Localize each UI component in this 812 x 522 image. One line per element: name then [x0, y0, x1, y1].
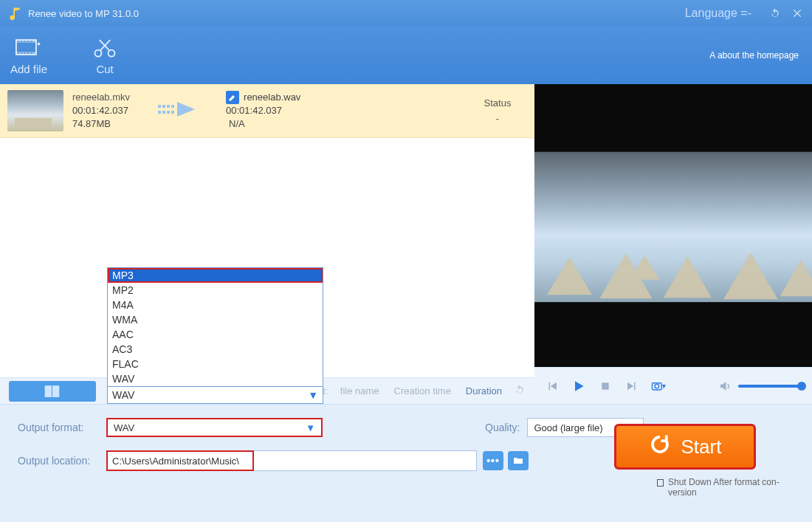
format-option-wma[interactable]: WMA: [108, 312, 323, 327]
chevron-down-icon: ▼: [306, 422, 315, 433]
svg-rect-9: [167, 105, 170, 108]
film-add-icon: [16, 36, 42, 58]
output-file-info: reneelab.wav 00:01:42.037 N/A: [226, 91, 300, 131]
start-label: Start: [681, 436, 722, 459]
output-format-label: Output format:: [18, 422, 106, 433]
add-file-label: Add file: [10, 63, 47, 75]
browse-folder-button[interactable]: [508, 451, 529, 470]
svg-rect-15: [534, 302, 812, 367]
output-filename: reneelab.wav: [244, 91, 300, 104]
format-option-wav[interactable]: WAV: [108, 371, 323, 386]
video-preview: [534, 84, 812, 367]
output-location-input[interactable]: C:\Users\Administrator\Music\: [106, 450, 254, 471]
output-location-value: C:\Users\Administrator\Music\: [112, 456, 239, 467]
folder-open-icon: [512, 455, 524, 467]
quality-label: Quality:: [485, 422, 520, 433]
app-title: Renee video to MP 31.0.0: [28, 8, 139, 19]
source-file-info: reneelab.mkv 00:01:42.037 74.87MB: [72, 91, 130, 131]
edit-output-icon[interactable]: [226, 91, 239, 104]
convert-arrow-icon: [158, 99, 198, 123]
next-track-button[interactable]: [625, 379, 639, 394]
status-column: Status -: [468, 97, 527, 124]
svg-rect-13: [534, 84, 812, 152]
output-location-label: Output location:: [18, 455, 106, 467]
preview-panel: ▾: [534, 84, 812, 404]
format-option-ac3[interactable]: AC3: [108, 342, 323, 357]
svg-rect-8: [162, 111, 165, 114]
format-option-list[interactable]: MP3 MP2 M4A WMA AAC AC3 FLAC WAV: [108, 268, 323, 386]
ellipsis-icon: •••: [486, 455, 500, 467]
sort-by-duration[interactable]: Duration: [466, 385, 502, 396]
shutdown-label: Shut Down After format con-version: [668, 477, 790, 498]
player-controls: ▾: [534, 367, 812, 404]
svg-rect-7: [162, 105, 165, 108]
svg-point-18: [655, 384, 659, 388]
status-value: -: [468, 113, 527, 124]
svg-rect-5: [158, 105, 161, 108]
format-option-m4a[interactable]: M4A: [108, 298, 323, 312]
sort-by-creation-time[interactable]: Creation time: [394, 385, 451, 396]
format-current-value: WAV: [112, 389, 134, 401]
svg-point-4: [109, 49, 115, 56]
main-toolbar: Add file Cut A about the homepage: [0, 27, 812, 84]
output-format-dropdown[interactable]: MP3 MP2 M4A WMA AAC AC3 FLAC WAV WAV ▼: [107, 267, 323, 404]
stop-button[interactable]: [598, 379, 613, 394]
bottom-panel: Output format: WAV ▼ Quality: Good (larg…: [0, 404, 812, 522]
volume-icon[interactable]: [718, 379, 732, 394]
delete-badge-text: ██: [45, 385, 60, 396]
sort-refresh-icon[interactable]: [514, 384, 526, 398]
main-area: reneelab.mkv 00:01:42.037 74.87MB: [0, 84, 812, 404]
cut-label: Cut: [96, 63, 113, 75]
sort-by-filename[interactable]: file name: [340, 385, 379, 396]
format-option-mp2[interactable]: MP2: [108, 283, 323, 298]
refresh-spin-icon: [649, 433, 671, 461]
checkbox-icon[interactable]: [657, 479, 664, 487]
output-filesize: N/A: [226, 117, 300, 131]
source-duration: 00:01:42.037: [72, 104, 130, 117]
app-logo-icon: [7, 6, 22, 21]
scissors-icon: [92, 36, 118, 58]
svg-rect-16: [602, 382, 608, 389]
format-current-row[interactable]: WAV ▼: [108, 386, 323, 403]
svg-rect-11: [171, 105, 174, 108]
svg-point-3: [95, 49, 102, 56]
prev-track-button[interactable]: [545, 379, 560, 394]
svg-rect-1: [16, 40, 36, 43]
snapshot-button[interactable]: ▾: [651, 379, 666, 394]
source-filesize: 74.87MB: [72, 117, 130, 131]
output-duration: 00:01:42.037: [226, 104, 300, 117]
more-options-button[interactable]: •••: [483, 451, 503, 470]
file-list-panel: reneelab.mkv 00:01:42.037 74.87MB: [0, 84, 534, 404]
output-location-input-rest[interactable]: [254, 450, 477, 471]
cut-button[interactable]: Cut: [92, 36, 118, 75]
play-button[interactable]: [571, 379, 586, 394]
add-file-button[interactable]: Add file: [10, 36, 47, 75]
language-selector[interactable]: Language =-: [685, 7, 751, 20]
svg-rect-2: [16, 52, 36, 55]
volume-slider[interactable]: [738, 385, 802, 388]
chevron-down-icon: ▼: [308, 389, 318, 401]
volume-control[interactable]: [718, 379, 802, 394]
title-bar: Renee video to MP 31.0.0 Language =-: [0, 0, 812, 27]
delete-badge[interactable]: ██: [9, 381, 96, 402]
svg-rect-12: [171, 111, 174, 114]
output-format-value: WAV: [114, 422, 134, 433]
format-option-aac[interactable]: AAC: [108, 327, 323, 342]
refresh-icon[interactable]: [768, 6, 782, 21]
about-homepage-link[interactable]: A about the homepage: [709, 50, 799, 61]
file-thumbnail: [7, 90, 63, 131]
svg-rect-10: [167, 111, 170, 114]
close-icon[interactable]: [790, 6, 805, 21]
quality-value: Good (large file): [534, 422, 602, 433]
output-format-select[interactable]: WAV ▼: [106, 418, 323, 437]
volume-slider-thumb[interactable]: [797, 382, 806, 391]
source-filename: reneelab.mkv: [72, 91, 130, 104]
status-header: Status: [468, 97, 527, 109]
shutdown-checkbox[interactable]: Shut Down After format con-version: [657, 477, 790, 498]
file-row[interactable]: reneelab.mkv 00:01:42.037 74.87MB: [0, 84, 534, 138]
start-button[interactable]: Start: [614, 424, 756, 470]
format-option-flac[interactable]: FLAC: [108, 357, 323, 371]
format-option-mp3[interactable]: MP3: [108, 268, 323, 283]
svg-rect-6: [158, 111, 161, 114]
